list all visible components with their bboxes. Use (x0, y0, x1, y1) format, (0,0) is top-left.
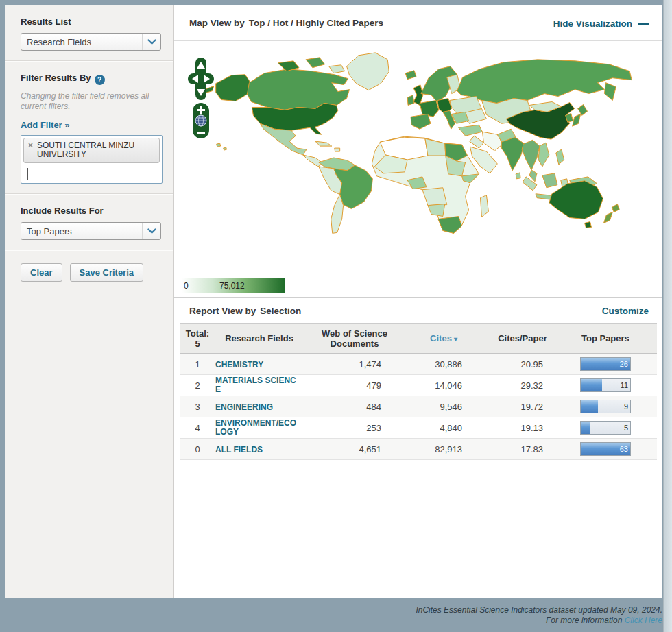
column-header-top-papers[interactable]: Top Papers (564, 333, 657, 343)
app-window: Results List Research Fields Filter Resu… (5, 5, 662, 598)
docs-cell: 1,474 (303, 359, 406, 369)
column-header-cites[interactable]: Cites▾ (406, 333, 481, 343)
filter-input[interactable]: × SOUTH CENTRAL MINZU UNIVERSITY (21, 135, 163, 184)
footer-note: InCites Essential Science Indicators dat… (416, 605, 662, 626)
report-view-title: Report View bySelection (189, 306, 301, 316)
cites-per-paper-cell: 17.83 (481, 444, 564, 454)
filter-tag: × SOUTH CENTRAL MINZU UNIVERSITY (23, 138, 160, 163)
field-link[interactable]: CHEMISTRY (215, 361, 263, 369)
results-list-select[interactable]: Research Fields (21, 33, 161, 51)
top-papers-bar: 63 (580, 442, 631, 456)
field-link[interactable]: ENVIRONMENT/ECOLOGY (215, 419, 300, 437)
scrollbar[interactable] (663, 0, 672, 632)
column-header-total: Total: 5 (180, 328, 215, 349)
globe-icon[interactable] (195, 115, 206, 126)
text-cursor (27, 168, 28, 180)
field-link[interactable]: MATERIALS SCIENCE (215, 376, 300, 394)
table-row: 0 ALL FIELDS 4,651 82,913 17.83 63 (180, 439, 657, 460)
rank-cell: 0 (180, 444, 215, 454)
column-header-wos-documents[interactable]: Web of Science Documents (303, 328, 406, 349)
main-panel: Map View byTop / Hot / Highly Cited Pape… (174, 5, 662, 598)
include-results-selected-value: Top Papers (21, 226, 142, 236)
filter-results-title: Filter Results By? (21, 73, 163, 85)
report-header: Report View bySelection Customize (174, 298, 662, 323)
chevron-down-icon (142, 223, 160, 239)
legend-min-value: 0 (184, 281, 189, 291)
cites-per-paper-cell: 29.32 (481, 380, 564, 391)
column-header-cites-per-paper[interactable]: Cites/Paper (481, 333, 564, 343)
cites-per-paper-cell: 19.72 (481, 402, 564, 412)
world-choropleth-map[interactable] (174, 41, 662, 277)
hide-visualization-link[interactable]: Hide Visualization (553, 19, 632, 29)
customize-link[interactable]: Customize (602, 306, 649, 316)
map-navigation-controls (187, 56, 215, 143)
top-papers-bar: 11 (580, 378, 631, 392)
field-link[interactable]: ALL FIELDS (215, 446, 263, 454)
docs-cell: 253 (303, 423, 406, 433)
table-header-row: Total: 5 Research Fields Web of Science … (180, 323, 657, 354)
include-results-label: Include Results For (21, 206, 163, 216)
click-here-link[interactable]: Click Here (625, 616, 662, 625)
remove-filter-icon[interactable]: × (28, 141, 33, 150)
column-header-research-fields[interactable]: Research Fields (215, 333, 303, 343)
help-icon[interactable]: ? (95, 75, 105, 85)
cites-cell: 82,913 (406, 444, 481, 454)
legend-max-value: 75,012 (219, 281, 245, 291)
cites-cell: 14,046 (406, 380, 481, 391)
table-row: 4 ENVIRONMENT/ECOLOGY 253 4,840 19.13 5 (180, 417, 657, 439)
dataset-updated-text: InCites Essential Science Indicators dat… (416, 605, 662, 616)
sort-desc-icon: ▾ (454, 335, 457, 343)
map-countries (174, 41, 661, 277)
include-results-select[interactable]: Top Papers (21, 222, 161, 240)
rank-cell: 4 (180, 423, 215, 433)
filter-tag-label: SOUTH CENTRAL MINZU UNIVERSITY (37, 141, 152, 159)
rank-cell: 2 (180, 380, 215, 391)
docs-cell: 484 (303, 402, 406, 412)
results-list-label: Results List (21, 16, 163, 27)
results-list-selected-value: Research Fields (21, 37, 142, 47)
zoom-out-button[interactable] (197, 132, 205, 134)
field-link[interactable]: ENGINEERING (215, 403, 273, 412)
table-row: 3 ENGINEERING 484 9,546 19.72 9 (180, 396, 657, 417)
rank-cell: 1 (180, 359, 215, 369)
minimize-icon[interactable] (638, 23, 649, 25)
cites-cell: 9,546 (406, 402, 481, 412)
table-row: 1 CHEMISTRY 1,474 30,886 20.95 26 (180, 354, 657, 375)
clear-button[interactable]: Clear (21, 263, 62, 282)
add-filter-link[interactable]: Add Filter » (21, 120, 70, 130)
map-legend: 0 75,012 (174, 277, 662, 297)
chevron-down-icon (142, 34, 160, 50)
map-pan-control[interactable] (188, 58, 214, 100)
cites-per-paper-cell: 19.13 (481, 423, 564, 433)
table-row: 2 MATERIALS SCIENCE 479 14,046 29.32 11 (180, 375, 657, 396)
cites-cell: 30,886 (406, 359, 481, 369)
cites-per-paper-cell: 20.95 (481, 359, 564, 369)
docs-cell: 4,651 (303, 444, 406, 454)
map-panel-header: Map View byTop / Hot / Highly Cited Pape… (174, 5, 662, 41)
report-table: Total: 5 Research Fields Web of Science … (180, 323, 657, 460)
docs-cell: 479 (303, 380, 406, 391)
map-view-title: Map View byTop / Hot / Highly Cited Pape… (189, 18, 383, 28)
rank-cell: 3 (180, 402, 215, 412)
top-papers-bar: 9 (580, 400, 631, 413)
sidebar: Results List Research Fields Filter Resu… (5, 5, 174, 598)
more-info-text: For more information (546, 616, 622, 625)
cites-cell: 4,840 (406, 423, 481, 433)
save-criteria-button[interactable]: Save Criteria (70, 263, 144, 282)
top-papers-bar: 5 (580, 421, 631, 435)
filter-note: Changing the filter field removes all cu… (21, 91, 163, 112)
top-papers-bar: 26 (580, 357, 631, 371)
